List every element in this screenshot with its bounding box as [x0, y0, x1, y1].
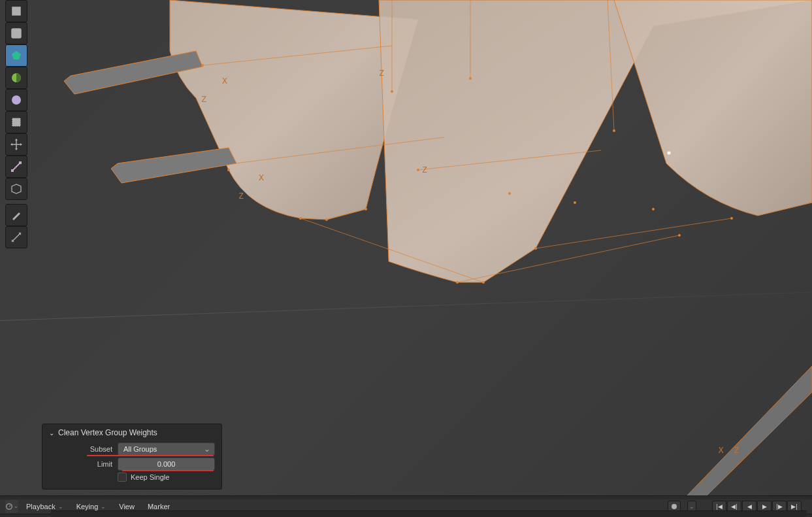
svg-rect-40 [19, 161, 22, 164]
svg-point-27 [668, 152, 671, 155]
svg-point-14 [365, 208, 367, 210]
editor-type-dropdown[interactable]: ⌄ [5, 500, 18, 513]
svg-point-33 [12, 95, 21, 105]
svg-line-42 [9, 505, 11, 507]
sample-tool[interactable] [5, 111, 27, 133]
darken-tool[interactable] [5, 89, 27, 111]
move-tool[interactable] [5, 133, 27, 156]
axis-z-label: Z [201, 94, 206, 104]
timeline-editor: ⌄ Playback⌄ Keying⌄ View Marker ⌄ |◀ ◀| … [0, 495, 812, 517]
svg-rect-39 [11, 169, 14, 172]
svg-rect-28 [12, 7, 20, 15]
poly-build-tool[interactable] [5, 178, 27, 200]
toolbar-left [5, 0, 27, 248]
operator-title: Clean Vertex Group Weights [58, 428, 157, 437]
highlight-underline [87, 455, 214, 456]
svg-point-18 [534, 247, 537, 250]
keep-single-label: Keep Single [131, 473, 169, 481]
svg-rect-34 [12, 118, 20, 126]
svg-point-22 [574, 201, 576, 204]
svg-point-24 [391, 90, 393, 93]
svg-point-43 [672, 504, 677, 509]
svg-point-12 [299, 217, 302, 220]
edge-tool[interactable] [5, 156, 27, 178]
limit-label: Limit [49, 460, 118, 468]
svg-line-0 [203, 46, 392, 65]
highlight-underline [122, 470, 214, 471]
limit-field[interactable]: 0.000 [118, 458, 215, 471]
operator-header[interactable]: ⌄ Clean Vertex Group Weights [49, 428, 215, 437]
svg-line-4 [418, 150, 601, 170]
cube-tool[interactable] [5, 0, 27, 22]
svg-point-23 [508, 192, 511, 195]
zoom-region-tool[interactable] [5, 22, 27, 44]
mesh-wireframe [0, 0, 812, 495]
svg-line-9 [608, 0, 614, 131]
operator-redo-panel: ⌄ Clean Vertex Group Weights Subset All … [42, 424, 222, 490]
annotate-tool[interactable] [5, 204, 27, 226]
svg-point-19 [678, 234, 681, 237]
weight-gradient-tool[interactable] [5, 67, 27, 89]
keep-single-checkbox[interactable] [118, 473, 127, 482]
svg-point-21 [652, 208, 655, 210]
svg-marker-36 [15, 148, 18, 150]
axis-z-label: Z [379, 68, 384, 78]
svg-point-10 [201, 64, 204, 67]
axis-xz-label: X Z [719, 445, 739, 455]
axis-x-label: X [259, 173, 264, 182]
svg-line-1 [235, 137, 444, 163]
svg-point-13 [325, 218, 328, 221]
svg-marker-37 [10, 143, 12, 146]
axis-z-label: Z [422, 165, 427, 175]
svg-point-25 [469, 77, 472, 80]
measure-tool[interactable] [5, 226, 27, 248]
face-set-tool[interactable] [5, 44, 27, 67]
svg-point-17 [482, 281, 485, 284]
subset-label: Subset [49, 445, 118, 453]
timeline-track[interactable] [51, 510, 807, 517]
subset-dropdown[interactable]: All Groups [118, 442, 215, 456]
svg-line-3 [327, 209, 366, 220]
svg-marker-38 [20, 143, 22, 146]
svg-point-20 [730, 217, 733, 220]
svg-line-5 [457, 235, 679, 282]
svg-point-30 [15, 32, 18, 35]
svg-point-26 [613, 129, 615, 132]
svg-marker-35 [15, 139, 18, 141]
svg-line-6 [536, 218, 732, 248]
svg-marker-31 [12, 51, 21, 59]
chevron-down-icon: ⌄ [49, 429, 54, 437]
axis-z-label: Z [238, 191, 244, 201]
svg-point-11 [227, 169, 230, 171]
svg-point-15 [417, 169, 419, 171]
axis-x-label: X [222, 76, 227, 86]
svg-line-2 [300, 218, 483, 282]
svg-point-16 [456, 281, 459, 284]
viewport-3d[interactable]: Z Z Z Z X X X Z [0, 0, 812, 495]
